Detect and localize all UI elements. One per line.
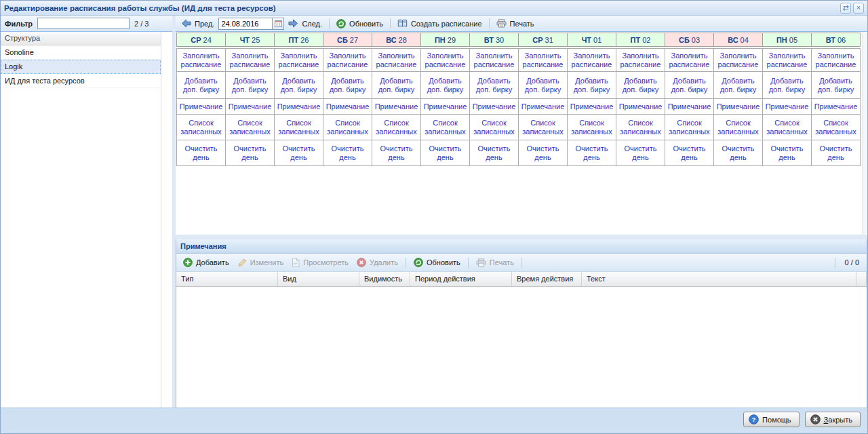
add-extra-tag-link[interactable]: Добавить доп. бирку [226,72,275,99]
notes-column-header[interactable]: Время действия [512,272,582,286]
recorded-list-link[interactable]: Список записанных [812,115,861,140]
clear-day-link[interactable]: Очистить день [714,140,763,166]
calendar-scrollbar[interactable] [862,32,867,235]
add-extra-tag-link[interactable]: Добавить доп. бирку [665,72,714,99]
note-link[interactable]: Примечание [275,99,323,115]
recorded-list-link[interactable]: Список записанных [177,115,226,140]
clear-day-link[interactable]: Очистить день [470,140,519,166]
note-link[interactable]: Примечание [763,99,812,115]
note-link[interactable]: Примечание [323,99,372,115]
fill-schedule-link[interactable]: Заполнить расписание [372,49,421,72]
note-link[interactable]: Примечание [226,99,275,115]
close-button[interactable]: Закрыть [805,412,861,427]
fill-schedule-link[interactable]: Заполнить расписание [763,49,812,72]
add-extra-tag-link[interactable]: Добавить доп. бирку [177,72,226,99]
print-button[interactable]: Печать [494,18,536,28]
fill-schedule-link[interactable]: Заполнить расписание [275,49,323,72]
clear-day-link[interactable]: Очистить день [665,140,714,166]
fill-schedule-link[interactable]: Заполнить расписание [519,49,568,72]
clear-day-link[interactable]: Очистить день [275,140,323,166]
add-extra-tag-link[interactable]: Добавить доп. бирку [470,72,519,99]
clear-day-link[interactable]: Очистить день [763,140,812,166]
notes-column-header[interactable]: Тип [176,272,278,286]
fill-schedule-link[interactable]: Заполнить расписание [714,49,763,72]
clear-day-link[interactable]: Очистить день [568,140,616,166]
create-schedule-button[interactable]: Создать расписание [395,18,484,28]
help-button[interactable]: ? Помощь [743,412,800,427]
notes-column-header[interactable]: Текст [582,272,856,286]
note-link[interactable]: Примечание [421,99,470,115]
recorded-list-link[interactable]: Список записанных [421,115,470,140]
recorded-list-link[interactable]: Список записанных [519,115,568,140]
toolbar-separator [835,258,835,268]
fill-schedule-link[interactable]: Заполнить расписание [177,49,226,72]
notes-column-header[interactable]: Видимость [359,272,410,286]
clear-day-link[interactable]: Очистить день [372,140,421,166]
add-extra-tag-link[interactable]: Добавить доп. бирку [372,72,421,99]
recorded-list-link[interactable]: Список записанных [665,115,714,140]
recorded-list-link[interactable]: Список записанных [714,115,763,140]
recorded-list-link[interactable]: Список записанных [568,115,616,140]
left-panel: Фильтр 2 / 3 Структура SonolineLogikИД д… [1,16,172,408]
clear-day-link[interactable]: Очистить день [226,140,275,166]
clear-day-link[interactable]: Очистить день [177,140,226,166]
recorded-list-link[interactable]: Список записанных [470,115,519,140]
notes-column-header[interactable]: Период действия [410,272,512,286]
recorded-list-link[interactable]: Список записанных [226,115,275,140]
day-header: ПТ26 [275,33,323,47]
add-extra-tag-link[interactable]: Добавить доп. бирку [275,72,323,99]
prev-button[interactable]: Пред. [179,18,216,28]
recorded-list-link[interactable]: Список записанных [323,115,372,140]
note-link[interactable]: Примечание [665,99,714,115]
close-window-icon[interactable]: × [853,3,864,14]
clear-day-link[interactable]: Очистить день [323,140,372,166]
tree-item[interactable]: Sonoline [1,45,161,60]
note-link[interactable]: Примечание [568,99,616,115]
note-link[interactable]: Примечание [519,99,568,115]
add-extra-tag-link[interactable]: Добавить доп. бирку [323,72,372,99]
horizontal-splitter[interactable] [176,235,867,239]
refresh-window-icon[interactable]: ⇄ [840,3,851,14]
next-button[interactable]: След. [286,18,324,28]
clear-day-link[interactable]: Очистить день [616,140,665,166]
filter-input[interactable] [37,18,130,29]
fill-schedule-link[interactable]: Заполнить расписание [665,49,714,72]
tree-counter: 2 / 3 [134,20,149,28]
note-link[interactable]: Примечание [714,99,763,115]
fill-schedule-link[interactable]: Заполнить расписание [470,49,519,72]
add-extra-tag-link[interactable]: Добавить доп. бирку [421,72,470,99]
note-link[interactable]: Примечание [470,99,519,115]
recorded-list-link[interactable]: Список записанных [275,115,323,140]
note-link[interactable]: Примечание [372,99,421,115]
fill-schedule-link[interactable]: Заполнить расписание [226,49,275,72]
clear-day-link[interactable]: Очистить день [421,140,470,166]
clear-day-link[interactable]: Очистить день [519,140,568,166]
note-link[interactable]: Примечание [616,99,665,115]
tree-item[interactable]: ИД для теста ресурсов [1,74,161,88]
date-input[interactable] [218,18,273,30]
recorded-list-link[interactable]: Список записанных [372,115,421,140]
fill-schedule-link[interactable]: Заполнить расписание [323,49,372,72]
add-extra-tag-link[interactable]: Добавить доп. бирку [763,72,812,99]
tree-item[interactable]: Logik [1,60,161,74]
fill-schedule-link[interactable]: Заполнить расписание [421,49,470,72]
structure-column-header[interactable]: Структура [1,32,161,45]
refresh-button[interactable]: Обновить [334,18,385,29]
add-extra-tag-link[interactable]: Добавить доп. бирку [812,72,861,99]
notes-column-header[interactable]: Вид [278,272,359,286]
recorded-list-link[interactable]: Список записанных [763,115,812,140]
note-link[interactable]: Примечание [812,99,861,115]
fill-schedule-link[interactable]: Заполнить расписание [812,49,861,72]
clear-day-link[interactable]: Очистить день [812,140,861,166]
refresh-button[interactable]: Обновить [410,256,464,269]
fill-schedule-link[interactable]: Заполнить расписание [616,49,665,72]
note-link[interactable]: Примечание [177,99,226,115]
add-extra-tag-link[interactable]: Добавить доп. бирку [519,72,568,99]
add-button[interactable]: Добавить [180,256,233,269]
fill-schedule-link[interactable]: Заполнить расписание [568,49,616,72]
recorded-list-link[interactable]: Список записанных [616,115,665,140]
calendar-trigger-button[interactable] [273,18,284,30]
add-extra-tag-link[interactable]: Добавить доп. бирку [616,72,665,99]
add-extra-tag-link[interactable]: Добавить доп. бирку [714,72,763,99]
add-extra-tag-link[interactable]: Добавить доп. бирку [568,72,616,99]
